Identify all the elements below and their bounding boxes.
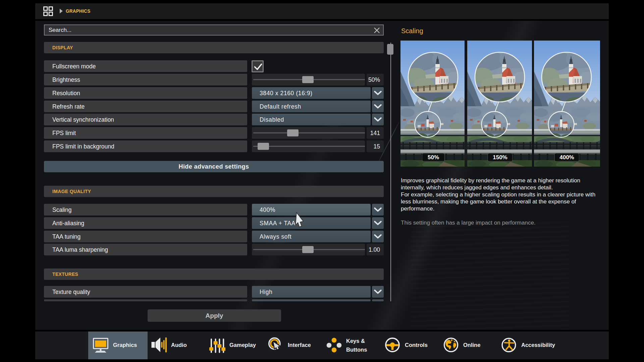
svg-text:50%: 50%: [428, 154, 439, 161]
svg-text:400%: 400%: [559, 154, 574, 161]
svg-text:150%: 150%: [493, 154, 507, 161]
